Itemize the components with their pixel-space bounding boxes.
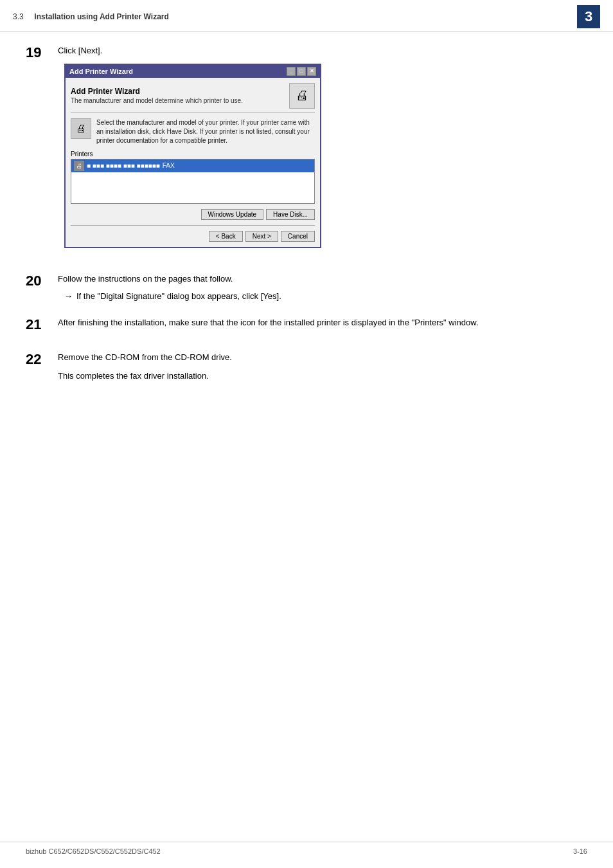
dialog-header-section: Add Printer Wizard The manufacturer and … (71, 83, 315, 113)
close-button[interactable]: ✕ (307, 67, 316, 76)
main-content: 19 Click [Next]. Add Printer Wizard _ □ … (0, 32, 613, 430)
step-21-content: After finishing the installation, make s… (58, 316, 587, 336)
step-20-content: Follow the instructions on the pages tha… (58, 273, 587, 302)
dialog-box: Add Printer Wizard _ □ ✕ Add Printer Wiz… (64, 64, 321, 248)
dialog-description-section: 🖨 Select the manufacturer and model of y… (71, 118, 315, 145)
fax-icon: 🖨 (74, 161, 84, 171)
step-19: 19 Click [Next]. Add Printer Wizard _ □ … (26, 44, 587, 257)
step-22-number: 22 (26, 351, 58, 368)
step-22: 22 Remove the CD-ROM from the CD-ROM dri… (26, 351, 587, 389)
section-number: 3.3 (13, 12, 24, 21)
disk-buttons-row: Windows Update Have Disk... (71, 209, 315, 226)
cancel-button[interactable]: Cancel (281, 231, 315, 242)
step-21: 21 After finishing the installation, mak… (26, 316, 587, 336)
fax-label: FAX (163, 162, 175, 169)
footer-right: 3-16 (573, 847, 587, 855)
section-heading: Installation using Add Printer Wizard (34, 12, 168, 21)
step-22-extra-text: This completes the fax driver installati… (58, 370, 587, 383)
list-item[interactable]: 🖨 ■ ■■■ ■■■■ ■■■ ■■■■■■ FAX (71, 159, 314, 172)
maximize-button[interactable]: □ (297, 67, 306, 76)
have-disk-button[interactable]: Have Disk... (266, 209, 315, 220)
step-20-text: Follow the instructions on the pages tha… (58, 273, 587, 285)
add-printer-wizard-dialog: Add Printer Wizard _ □ ✕ Add Printer Wiz… (64, 64, 587, 248)
dialog-header-text: Add Printer Wizard The manufacturer and … (71, 87, 243, 104)
dialog-header-sub: The manufacturer and model determine whi… (71, 97, 243, 104)
step-19-content: Click [Next]. Add Printer Wizard _ □ ✕ (58, 44, 587, 257)
next-button[interactable]: Next > (245, 231, 278, 242)
step-22-content: Remove the CD-ROM from the CD-ROM drive.… (58, 351, 587, 389)
wizard-icon: 🖨 (289, 83, 315, 109)
page-header: 3.3 Installation using Add Printer Wizar… (0, 0, 613, 32)
footer-left: bizhub C652/C652DS/C552/C552DS/C452 (26, 847, 161, 855)
dialog-title: Add Printer Wizard (69, 68, 133, 75)
printers-list[interactable]: 🖨 ■ ■■■ ■■■■ ■■■ ■■■■■■ FAX (71, 159, 315, 204)
chapter-number: 3 (577, 5, 600, 28)
arrow-icon: → (64, 291, 73, 301)
step-21-number: 21 (26, 316, 58, 333)
step-20-sub-text: If the "Digital Signature" dialog box ap… (76, 291, 281, 301)
list-item-text: ■ ■■■ ■■■■ ■■■ ■■■■■■ (87, 162, 160, 169)
windows-update-button[interactable]: Windows Update (201, 209, 264, 220)
step-20-sub: → If the "Digital Signature" dialog box … (64, 291, 587, 301)
back-button[interactable]: < Back (209, 231, 243, 242)
step-21-text: After finishing the installation, make s… (58, 316, 587, 329)
section-title: 3.3 Installation using Add Printer Wizar… (13, 12, 169, 21)
printers-label: Printers (71, 150, 315, 158)
page-footer: bizhub C652/C652DS/C552/C552DS/C452 3-16 (0, 842, 613, 855)
step-22-text: Remove the CD-ROM from the CD-ROM drive. (58, 351, 587, 364)
step-19-number: 19 (26, 44, 58, 61)
step-20-number: 20 (26, 273, 58, 289)
nav-buttons-row: < Back Next > Cancel (71, 230, 315, 242)
step-19-text: Click [Next]. (58, 44, 587, 57)
step-20: 20 Follow the instructions on the pages … (26, 273, 587, 302)
dialog-description-text: Select the manufacturer and model of you… (96, 118, 315, 145)
dialog-header-title: Add Printer Wizard (71, 87, 243, 96)
titlebar-controls: _ □ ✕ (287, 67, 316, 76)
dialog-body: Add Printer Wizard The manufacturer and … (66, 78, 320, 247)
minimize-button[interactable]: _ (287, 67, 296, 76)
dialog-titlebar: Add Printer Wizard _ □ ✕ (66, 65, 320, 78)
printer-icon: 🖨 (71, 118, 91, 139)
